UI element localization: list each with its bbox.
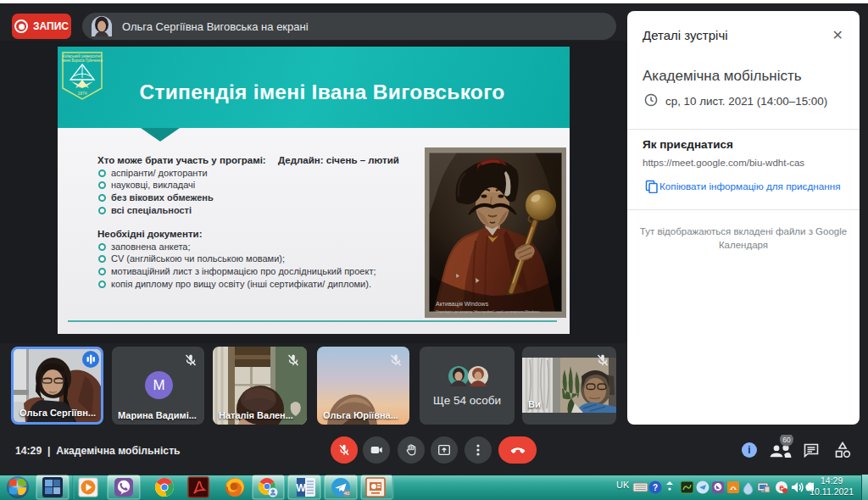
svg-text:?: ? (653, 483, 658, 492)
svg-text:1874: 1874 (77, 91, 86, 96)
svg-text:імені Бориса Грінченка: імені Бориса Грінченка (62, 58, 103, 63)
svg-text:W: W (296, 482, 306, 494)
svg-text:Перейдіть до розділу "Настройк: Перейдіть до розділу "Настройки", щоб ак… (436, 309, 541, 314)
svg-text:40: 40 (344, 491, 350, 496)
svg-text:60: 60 (782, 436, 791, 444)
svg-text:Активація Windows: Активація Windows (436, 301, 489, 308)
